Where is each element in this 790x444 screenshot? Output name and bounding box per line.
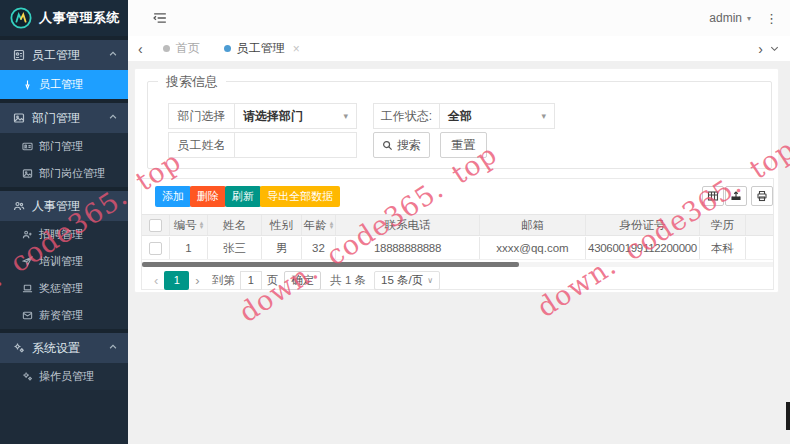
- image-icon: [13, 112, 25, 124]
- content-card: 搜索信息 部门选择 请选择部门 ▾ 工作状态: 全部 ▾ 员工姓名 搜索: [134, 68, 779, 293]
- current-page-button[interactable]: 1: [164, 271, 189, 290]
- more-options-icon[interactable]: ⋮: [765, 11, 778, 26]
- cell-age: 32: [302, 237, 336, 259]
- add-button[interactable]: 添加: [155, 186, 191, 207]
- column-header-email: 邮箱: [480, 215, 586, 235]
- column-header-phone: 联系电话: [336, 215, 480, 235]
- page-size-value: 15 条/页: [381, 273, 423, 288]
- sidebar-item-training-mgmt[interactable]: 培训管理: [0, 248, 128, 275]
- sort-icon[interactable]: ▴▾: [200, 221, 204, 229]
- employee-name-input[interactable]: [243, 138, 348, 152]
- filter-columns-icon: [707, 190, 719, 202]
- status-select-group: 工作状态: 全部 ▾: [373, 103, 555, 129]
- tab-employee-mgmt[interactable]: 员工管理 ×: [212, 36, 312, 61]
- page-unit-label: 页: [267, 273, 279, 288]
- tab-label: 首页: [176, 40, 200, 57]
- column-header-idcard: 身份证号: [586, 215, 700, 235]
- export-all-button[interactable]: 导出全部数据: [260, 186, 340, 207]
- sidebar-group-label: 人事管理: [32, 198, 80, 215]
- cell-id: 1: [170, 237, 208, 259]
- users-icon: [13, 200, 25, 212]
- reset-button[interactable]: 重置: [440, 132, 487, 158]
- close-icon[interactable]: ×: [293, 42, 300, 56]
- sort-icon[interactable]: ▴▾: [330, 221, 334, 229]
- cell-gender: 男: [262, 237, 302, 259]
- tab-label: 员工管理: [237, 40, 285, 57]
- cell-education: 本科: [700, 237, 746, 259]
- tab-home[interactable]: 首页: [151, 36, 212, 61]
- sidebar-group-personnel[interactable]: 人事管理: [0, 191, 128, 221]
- department-select-group: 部门选择 请选择部门 ▾: [168, 103, 357, 129]
- sidebar-item-department-mgmt[interactable]: 部门管理: [0, 133, 128, 160]
- search-legend: 搜索信息: [158, 73, 226, 91]
- sidebar-item-salary-mgmt[interactable]: 薪资管理: [0, 302, 128, 329]
- refresh-button[interactable]: 刷新: [225, 186, 261, 207]
- sidebar-item-reward-punish-mgmt[interactable]: 奖惩管理: [0, 275, 128, 302]
- tab-bar: ‹ 首页 员工管理 × ›: [128, 36, 790, 62]
- chevron-up-icon: [108, 341, 118, 355]
- sidebar-group-label: 部门管理: [32, 110, 80, 127]
- filter-columns-button[interactable]: [702, 186, 724, 206]
- pen-icon: [22, 79, 33, 90]
- sidebar-item-label: 招聘管理: [39, 227, 83, 242]
- page-size-select[interactable]: 15 条/页 ∨: [374, 271, 440, 290]
- tab-dot-icon: [163, 45, 170, 52]
- sidebar-item-label: 奖惩管理: [39, 281, 83, 296]
- column-header-name: 姓名: [208, 215, 262, 235]
- reset-button-label: 重置: [452, 137, 476, 154]
- select-all-checkbox[interactable]: [149, 219, 162, 232]
- app-title: 人事管理系统: [39, 9, 120, 27]
- image-icon: [22, 168, 33, 179]
- gears-icon: [22, 371, 33, 382]
- cell-idcard: 430600199112200000: [586, 237, 700, 259]
- sidebar-group-department[interactable]: 部门管理: [0, 103, 128, 133]
- goto-label: 到第: [212, 273, 235, 288]
- tabs-scroll-right-icon[interactable]: ›: [758, 42, 763, 56]
- username: admin: [709, 11, 742, 25]
- delete-button[interactable]: 删除: [190, 186, 226, 207]
- print-button[interactable]: [751, 186, 773, 206]
- menu-fold-icon[interactable]: [153, 12, 167, 24]
- sidebar-group-employee[interactable]: 员工管理: [0, 40, 128, 70]
- column-header-age[interactable]: 年龄▴▾: [302, 215, 336, 235]
- employee-name-label: 员工姓名: [169, 133, 235, 157]
- sidebar-item-recruit-mgmt[interactable]: 招聘管理: [0, 221, 128, 248]
- column-header-id[interactable]: 编号▴▾: [170, 215, 208, 235]
- search-fieldset: 搜索信息 部门选择 请选择部门 ▾ 工作状态: 全部 ▾ 员工姓名 搜索: [147, 81, 772, 169]
- user-menu[interactable]: admin ▾: [709, 11, 751, 25]
- goto-page-input[interactable]: [240, 271, 262, 290]
- id-badge-icon: [13, 49, 25, 61]
- prev-page-icon[interactable]: ‹: [148, 273, 164, 288]
- chevron-down-icon[interactable]: [769, 43, 780, 54]
- sidebar-group-system[interactable]: 系统设置: [0, 333, 128, 363]
- column-header-education: 学历: [700, 215, 746, 235]
- sidebar-item-operator-mgmt[interactable]: 操作员管理: [0, 363, 128, 390]
- sidebar-item-department-post-mgmt[interactable]: 部门岗位管理: [0, 160, 128, 187]
- department-select[interactable]: 请选择部门 ▾: [235, 104, 356, 128]
- top-header: admin ▾ ⋮: [128, 0, 790, 36]
- employee-name-group: 员工姓名: [168, 132, 357, 158]
- print-icon: [756, 190, 768, 202]
- paper-plane-icon: [22, 256, 33, 267]
- row-checkbox[interactable]: [149, 242, 162, 255]
- tabs-scroll-left-icon[interactable]: ‹: [138, 42, 143, 56]
- status-select[interactable]: 全部 ▾: [440, 104, 554, 128]
- search-button[interactable]: 搜索: [373, 132, 430, 158]
- next-page-icon[interactable]: ›: [189, 273, 205, 288]
- tab-dot-icon: [224, 45, 231, 52]
- horizontal-scrollbar-thumb[interactable]: [142, 262, 519, 267]
- vertical-scrollbar-thumb[interactable]: [786, 402, 790, 430]
- laptop-icon: [22, 283, 33, 294]
- export-button[interactable]: [725, 186, 747, 206]
- cell-email: xxxx@qq.com: [480, 237, 586, 259]
- sidebar-item-employee-mgmt[interactable]: 员工管理: [0, 70, 128, 99]
- department-select-value: 请选择部门: [243, 108, 303, 125]
- table-row[interactable]: 1 张三 男 32 18888888888 xxxx@qq.com 430600…: [142, 237, 773, 260]
- envelope-icon: [22, 310, 33, 321]
- sidebar-item-label: 员工管理: [39, 77, 83, 92]
- sidebar-item-label: 培训管理: [39, 254, 83, 269]
- column-header-gender: 性别: [262, 215, 302, 235]
- brand-logo-icon: [10, 7, 32, 29]
- gears-icon: [13, 342, 25, 354]
- confirm-button[interactable]: 确定: [284, 271, 321, 290]
